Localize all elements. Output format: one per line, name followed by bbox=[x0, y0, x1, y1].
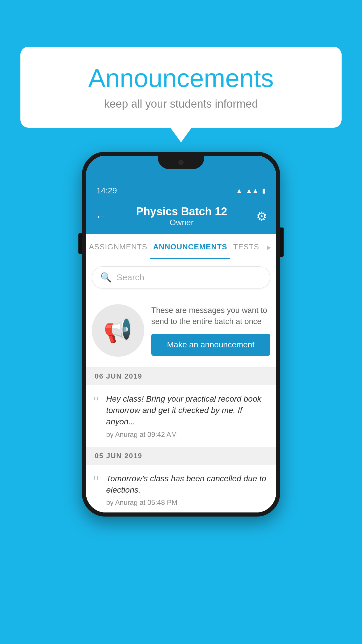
camera-dot bbox=[178, 160, 184, 165]
back-button[interactable]: ← bbox=[95, 209, 107, 223]
announcement-meta-2: by Anurag at 05:48 PM bbox=[106, 498, 269, 507]
announcement-text-1: Hey class! Bring your practical record b… bbox=[106, 393, 269, 428]
announcement-item-1[interactable]: " Hey class! Bring your practical record… bbox=[86, 385, 276, 447]
settings-icon[interactable]: ⚙ bbox=[256, 209, 267, 223]
status-bar: 14:29 ▲ ▲▲ ▮ bbox=[86, 179, 276, 200]
tab-more[interactable]: ▸ bbox=[262, 234, 276, 259]
announcement-content-1: Hey class! Bring your practical record b… bbox=[106, 393, 269, 439]
promo-text: These are messages you want to send to t… bbox=[151, 305, 270, 327]
status-time: 14:29 bbox=[96, 186, 117, 195]
announcement-item-2[interactable]: " Tomorrow's class has been cancelled du… bbox=[86, 465, 276, 512]
phone-mockup: 14:29 ▲ ▲▲ ▮ ← Physics Batch 12 Owner ⚙ bbox=[82, 152, 280, 517]
announcement-content-2: Tomorrow's class has been cancelled due … bbox=[106, 473, 269, 507]
announcement-meta-1: by Anurag at 09:42 AM bbox=[106, 430, 269, 439]
header-subtitle: Owner bbox=[136, 218, 227, 227]
tab-assignments[interactable]: ASSIGNMENTS bbox=[86, 234, 150, 259]
notch bbox=[158, 156, 204, 169]
content-area: 🔍 Search 📢 These are messages you want t… bbox=[86, 266, 276, 512]
announcement-text-2: Tomorrow's class has been cancelled due … bbox=[106, 473, 269, 496]
signal-icon: ▲▲ bbox=[246, 187, 259, 195]
search-placeholder: Search bbox=[117, 272, 144, 282]
megaphone-icon: 📢 bbox=[103, 317, 133, 344]
phone-inner: 14:29 ▲ ▲▲ ▮ ← Physics Batch 12 Owner ⚙ bbox=[86, 156, 276, 512]
notch-area bbox=[86, 156, 276, 179]
wifi-icon: ▲ bbox=[236, 187, 242, 195]
search-icon: 🔍 bbox=[100, 272, 112, 283]
tab-announcements[interactable]: ANNOUNCEMENTS bbox=[150, 234, 230, 259]
bubble-title: Announcements bbox=[44, 64, 318, 92]
header-center: Physics Batch 12 Owner bbox=[136, 205, 227, 227]
date-separator-2: 05 JUN 2019 bbox=[86, 447, 276, 465]
make-announcement-button[interactable]: Make an announcement bbox=[151, 334, 270, 356]
status-icons: ▲ ▲▲ ▮ bbox=[236, 187, 266, 195]
battery-icon: ▮ bbox=[262, 187, 266, 195]
promo-right: These are messages you want to send to t… bbox=[151, 305, 270, 356]
tabs-container: ASSIGNMENTS ANNOUNCEMENTS TESTS ▸ bbox=[86, 234, 276, 259]
promo-icon-circle: 📢 bbox=[92, 304, 144, 357]
promo-section: 📢 These are messages you want to send to… bbox=[86, 295, 276, 368]
app-header: ← Physics Batch 12 Owner ⚙ bbox=[86, 200, 276, 234]
quote-icon-2: " bbox=[93, 474, 99, 489]
tab-tests[interactable]: TESTS bbox=[230, 234, 262, 259]
search-bar[interactable]: 🔍 Search bbox=[92, 266, 270, 288]
quote-icon-1: " bbox=[93, 394, 99, 410]
speech-bubble: Announcements keep all your students inf… bbox=[20, 47, 342, 128]
bubble-subtitle: keep all your students informed bbox=[44, 98, 318, 110]
header-title: Physics Batch 12 bbox=[136, 205, 227, 218]
phone-outer: 14:29 ▲ ▲▲ ▮ ← Physics Batch 12 Owner ⚙ bbox=[82, 152, 280, 517]
speech-bubble-container: Announcements keep all your students inf… bbox=[20, 47, 342, 128]
date-separator-1: 06 JUN 2019 bbox=[86, 368, 276, 385]
